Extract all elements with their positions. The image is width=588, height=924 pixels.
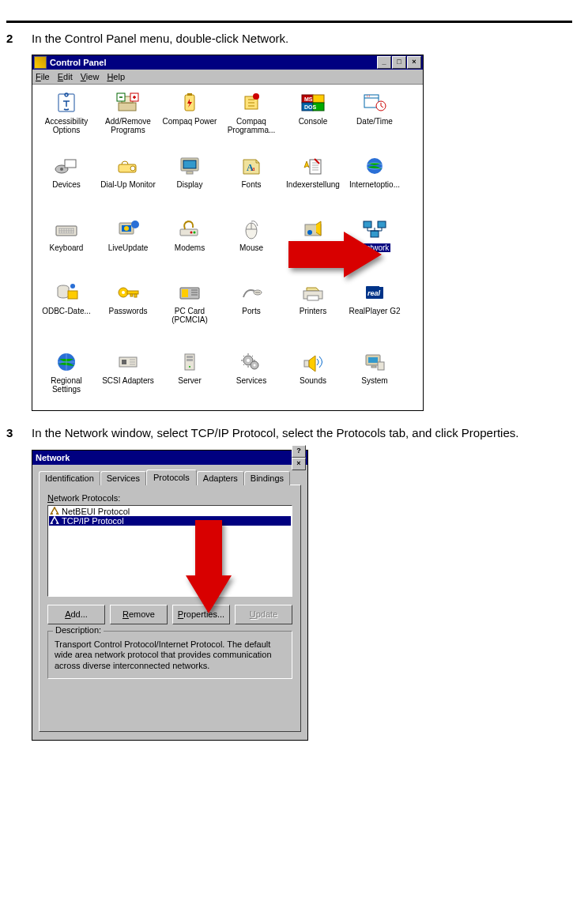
dial-up-monitor-icon — [115, 154, 141, 178]
tab-bindings[interactable]: Bindings — [244, 471, 290, 485]
svg-text:DOS: DOS — [304, 104, 317, 110]
menu-view[interactable]: View — [81, 72, 100, 81]
devices-icon — [53, 154, 80, 178]
cp-item-fonts[interactable]: AaFonts — [220, 153, 282, 216]
minimize-button[interactable]: _ — [377, 56, 391, 69]
help-button[interactable]: ? — [292, 445, 306, 458]
svg-rect-60 — [307, 296, 318, 300]
cp-item-keyboard[interactable]: Keyboard — [36, 216, 97, 279]
network-protocols-label: Network Protocols: — [47, 493, 292, 503]
add-button[interactable]: Add... — [47, 605, 105, 624]
cp-item-pc-card-pcmcia[interactable]: PC Card (PCMCIA) — [159, 279, 220, 349]
menu-edit[interactable]: Edit — [58, 72, 73, 81]
svg-rect-1 — [119, 103, 136, 111]
cp-item-services[interactable]: Services — [220, 349, 282, 405]
description-text: Transport Control Protocol/Internet Prot… — [55, 639, 285, 672]
cp-item-label: Network — [359, 243, 391, 252]
svg-point-35 — [131, 221, 139, 228]
cp-item-sounds[interactable]: Sounds — [282, 349, 344, 405]
control-panel-body: Accessibility OptionsAdd/Remove Programs… — [32, 85, 423, 410]
svg-text:MS: MS — [304, 96, 313, 102]
cp-item-date-time[interactable]: 1 2Date/Time — [344, 89, 405, 153]
tab-protocols[interactable]: Protocols — [146, 470, 197, 485]
cp-item-devices[interactable]: Devices — [36, 153, 97, 216]
cp-item-label: Regional Settings — [37, 376, 96, 394]
remove-button[interactable]: Remove — [110, 605, 168, 624]
cp-item-compaq-power[interactable]: Compaq Power — [159, 89, 220, 153]
cp-item-printers[interactable]: Printers — [282, 279, 344, 349]
update-button[interactable]: Update — [235, 605, 292, 624]
svg-rect-78 — [371, 366, 376, 368]
menu-file[interactable]: File — [36, 72, 50, 81]
cp-item-label: Indexerstellung — [286, 180, 340, 189]
cp-item-label: Multimed — [297, 243, 330, 252]
cp-item-indexerstellung[interactable]: Indexerstellung — [282, 153, 344, 216]
close-button[interactable]: × — [407, 56, 421, 69]
control-panel-window: Control Panel _ □ × File Edit View Help … — [32, 55, 424, 411]
cp-item-label: Date/Time — [356, 117, 393, 126]
cp-item-compaq-programma[interactable]: Compaq Programma... — [220, 89, 282, 153]
cp-item-internetoptio[interactable]: Internetoptio... — [344, 153, 405, 216]
tab-identification[interactable]: Identification — [39, 471, 100, 485]
fonts-icon: Aa — [238, 154, 265, 178]
multimed-icon — [300, 217, 326, 241]
cp-item-odbc-date[interactable]: ODBC-Date... — [36, 279, 97, 349]
cp-item-server[interactable]: Server — [159, 349, 220, 405]
protocols-listbox[interactable]: NetBEUI Protocol TCP/IP Protocol — [47, 505, 292, 597]
svg-rect-24 — [183, 160, 196, 168]
properties-button[interactable]: Properties... — [172, 605, 230, 624]
cp-item-label: ODBC-Date... — [42, 307, 91, 315]
svg-point-8 — [253, 93, 259, 100]
menubar: File Edit View Help — [32, 70, 423, 85]
cp-item-label: Printers — [300, 307, 326, 315]
cp-item-liveupdate[interactable]: LiveUpdate — [97, 216, 159, 279]
svg-point-49 — [122, 291, 125, 294]
cp-item-dial-up-monitor[interactable]: Dial-Up Monitor — [97, 153, 159, 216]
cp-item-multimed[interactable]: Multimed — [282, 216, 344, 279]
cp-item-label: Compaq Programma... — [222, 117, 281, 134]
cp-item-realplayer-g2[interactable]: realRealPlayer G2 — [344, 279, 405, 349]
cp-item-console[interactable]: MSDOSConsole — [282, 89, 344, 153]
svg-rect-75 — [304, 360, 309, 367]
svg-rect-28 — [310, 160, 321, 174]
passwords-icon — [115, 281, 141, 304]
svg-point-81 — [51, 513, 53, 515]
keyboard-icon — [53, 217, 80, 241]
svg-point-22 — [130, 166, 135, 171]
svg-rect-77 — [368, 357, 378, 363]
protocol-icon — [50, 507, 59, 515]
cp-item-scsi-adapters[interactable]: SCSI Adapters — [97, 349, 159, 405]
cp-item-modems[interactable]: Modems — [159, 216, 220, 279]
cp-item-ports[interactable]: Ports — [220, 279, 282, 349]
cp-item-regional-settings[interactable]: Regional Settings — [36, 349, 97, 405]
menu-help[interactable]: Help — [107, 72, 125, 81]
cp-item-display[interactable]: Display — [159, 153, 220, 216]
svg-point-56 — [255, 292, 257, 293]
cp-item-system[interactable]: System — [344, 349, 405, 405]
cp-item-label: Display — [177, 180, 203, 189]
svg-point-84 — [56, 522, 58, 524]
protocol-netbeui[interactable]: NetBEUI Protocol — [49, 507, 291, 516]
svg-point-34 — [124, 226, 129, 231]
svg-rect-50 — [127, 291, 138, 294]
cp-item-network[interactable]: Network — [344, 216, 405, 279]
odbc-date-icon — [53, 281, 80, 304]
protocol-tcpip[interactable]: TCP/IP Protocol — [49, 516, 291, 526]
cp-item-label: Accessibility Options — [37, 117, 96, 134]
cp-item-add-remove-programs[interactable]: Add/Remove Programs — [97, 89, 159, 153]
tab-panel-protocols: Network Protocols: NetBEUI Protocol TCP/… — [39, 485, 301, 732]
svg-point-41 — [307, 230, 312, 235]
cp-item-passwords[interactable]: Passwords — [97, 279, 159, 349]
step-3: 3 In the Network window, select TCP/IP P… — [6, 425, 572, 441]
tab-services[interactable]: Services — [100, 471, 146, 485]
console-icon: MSDOS — [300, 91, 326, 115]
tab-adapters[interactable]: Adapters — [197, 471, 244, 485]
cp-item-label: Keyboard — [50, 243, 84, 252]
cp-item-mouse[interactable]: Mouse — [220, 216, 282, 279]
svg-point-83 — [51, 522, 53, 524]
maximize-button[interactable]: □ — [392, 56, 406, 69]
compaq-programma-icon — [238, 91, 265, 115]
date-time-icon: 1 2 — [361, 91, 388, 115]
svg-point-82 — [56, 513, 58, 515]
cp-item-accessibility-options[interactable]: Accessibility Options — [36, 89, 97, 153]
